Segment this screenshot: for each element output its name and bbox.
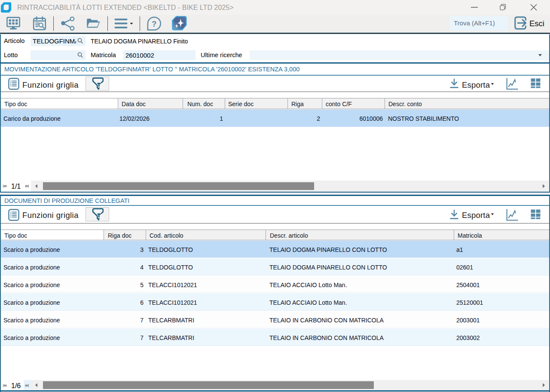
svg-text:?: ? — [152, 20, 156, 28]
